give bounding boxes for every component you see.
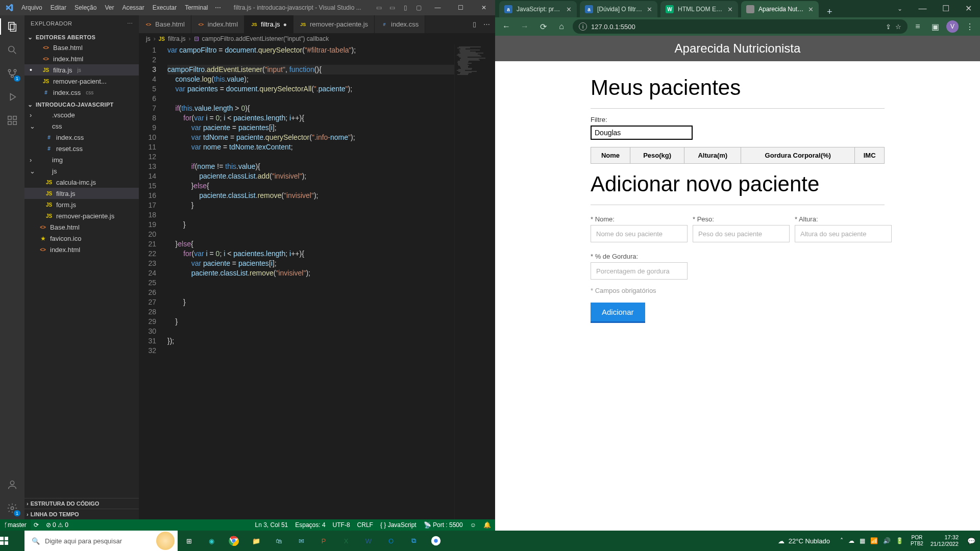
filter-input[interactable] — [591, 126, 693, 140]
language-mode[interactable]: { } JavaScript — [380, 521, 416, 529]
menu-more[interactable]: ⋯ — [212, 4, 224, 11]
tray-icon[interactable]: ▦ — [860, 537, 865, 544]
split-icon[interactable]: ▯ — [473, 20, 476, 28]
panel-icon[interactable]: ▭ — [374, 4, 383, 11]
browser-tab[interactable]: Aparecida Nutrição✕ — [741, 1, 819, 17]
panel-icon[interactable]: ▯ — [401, 4, 410, 11]
feedback-icon[interactable]: ☺ — [470, 521, 476, 529]
word-icon[interactable]: W — [357, 531, 380, 551]
explorer-icon[interactable] — [6, 20, 18, 33]
file-tree-item[interactable]: ⌄js — [24, 165, 139, 177]
peso-field[interactable] — [693, 225, 790, 242]
editor-tab[interactable]: JSfiltra.js● — [244, 15, 293, 33]
panel-icon[interactable]: ▭ — [387, 4, 397, 11]
edge-icon[interactable]: ◉ — [200, 531, 223, 551]
outline-header[interactable]: ›ESTRUTURA DO CÓDIGO — [24, 498, 139, 509]
notifications-icon[interactable]: 💬 — [963, 537, 980, 545]
clock[interactable]: 17:3221/12/2022 — [926, 534, 963, 547]
new-tab-button[interactable]: + — [822, 7, 838, 17]
onedrive-icon[interactable]: ☁ — [848, 537, 854, 544]
menu-arquivo[interactable]: Arquivo — [18, 2, 46, 13]
eol[interactable]: CRLF — [357, 521, 373, 529]
menu-ver[interactable]: Ver — [101, 2, 117, 13]
editor-tab[interactable]: <>Base.html — [139, 15, 191, 33]
store-icon[interactable]: 🛍 — [267, 531, 290, 551]
open-editor-item[interactable]: <>index.html — [24, 53, 139, 64]
minimize-button[interactable]: ― — [426, 0, 449, 15]
project-header[interactable]: ⌄INTRODUCAO-JAVASCRIPT — [24, 100, 139, 109]
browser-tab[interactable]: WHTML DOM Elemen…✕ — [660, 1, 738, 17]
reload-button[interactable]: ⟳ — [536, 22, 550, 32]
file-tree-item[interactable]: ›.vscode — [24, 109, 139, 120]
profile-avatar[interactable]: V — [946, 20, 959, 33]
menu-seleção[interactable]: Seleção — [71, 2, 100, 13]
more-icon[interactable]: ⋯ — [483, 20, 490, 28]
git-branch[interactable]: ᚶ master — [0, 519, 31, 531]
cursor-position[interactable]: Ln 3, Col 51 — [255, 521, 288, 529]
weather-widget[interactable]: ☁22°C Nublado — [772, 537, 836, 545]
taskbar-search[interactable]: 🔍 Digite aqui para pesquisar — [24, 531, 178, 551]
problems[interactable]: ⊘ 0 ⚠ 0 — [46, 521, 68, 529]
minimap[interactable] — [454, 44, 495, 519]
forward-button[interactable]: → — [518, 22, 532, 31]
maximize-button[interactable]: ☐ — [449, 0, 472, 15]
sync-icon[interactable]: ⟳ — [34, 521, 39, 529]
mail-icon[interactable]: ✉ — [290, 531, 312, 551]
address-bar[interactable]: i 127.0.0.1:5500 ⇪ ☆ — [573, 19, 908, 34]
indent[interactable]: Espaços: 4 — [295, 521, 325, 529]
source-control-icon[interactable]: 1 — [6, 67, 18, 80]
chevron-down-icon[interactable]: ⌄ — [888, 0, 911, 17]
open-editor-item[interactable]: <>Base.html — [24, 42, 139, 53]
menu-acessar[interactable]: Acessar — [118, 2, 148, 13]
breadcrumb[interactable]: js› JS filtra.js› ⊟ campoFiltro.addEvent… — [139, 33, 495, 44]
menu-terminal[interactable]: Terminal — [181, 2, 211, 13]
adicionar-button[interactable]: Adicionar — [591, 303, 645, 323]
volume-icon[interactable]: 🔊 — [883, 537, 891, 544]
file-tree-item[interactable]: ★favicon.ico — [24, 233, 139, 244]
altura-field[interactable] — [795, 225, 892, 242]
extensions-icon[interactable] — [6, 114, 18, 127]
extension-icon[interactable]: ▣ — [929, 22, 941, 32]
wifi-icon[interactable]: 📶 — [870, 537, 878, 544]
tray-expand-icon[interactable]: ˄ — [840, 537, 843, 544]
back-button[interactable]: ← — [499, 22, 513, 31]
panel-icon[interactable]: ▢ — [414, 4, 423, 11]
file-tree-item[interactable]: ›img — [24, 154, 139, 165]
outlook-icon[interactable]: O — [380, 531, 402, 551]
code-editor[interactable]: 1234567891011121314151617181920212223242… — [139, 44, 495, 519]
debug-icon[interactable] — [6, 91, 18, 103]
browser-tab[interactable]: a[Dúvida] O filtro nã…✕ — [580, 1, 657, 17]
live-server-port[interactable]: 📡 Port : 5500 — [424, 521, 463, 529]
site-info-icon[interactable]: i — [579, 22, 587, 31]
close-button[interactable]: ✕ — [957, 0, 980, 17]
close-tab-icon[interactable]: ✕ — [566, 6, 572, 13]
home-button[interactable]: ⌂ — [554, 22, 569, 31]
close-button[interactable]: ✕ — [472, 0, 495, 15]
language-indicator[interactable]: PORPTB2 — [908, 535, 926, 547]
powerpoint-icon[interactable]: P — [312, 531, 335, 551]
file-tree-item[interactable]: JSfiltra.js — [24, 188, 139, 199]
encoding[interactable]: UTF-8 — [333, 521, 350, 529]
file-tree-item[interactable]: JSform.js — [24, 199, 139, 210]
minimize-button[interactable]: ― — [911, 0, 934, 17]
cortana-icon[interactable] — [156, 532, 175, 550]
menu-executar[interactable]: Executar — [149, 2, 180, 13]
bookmark-icon[interactable]: ☆ — [895, 23, 901, 31]
vscode-taskbar-icon[interactable]: ⧉ — [402, 531, 425, 551]
file-tree-item[interactable]: JSremover-paciente.js — [24, 210, 139, 221]
bell-icon[interactable]: 🔔 — [483, 521, 491, 529]
gordura-field[interactable] — [591, 262, 688, 280]
start-button[interactable] — [0, 537, 24, 545]
chrome-taskbar-icon[interactable] — [425, 531, 447, 551]
search-icon[interactable] — [6, 44, 18, 56]
editor-tab[interactable]: #index.css — [375, 15, 425, 33]
excel-icon[interactable]: X — [335, 531, 357, 551]
maximize-button[interactable]: ☐ — [934, 0, 957, 17]
file-tree-item[interactable]: <>index.html — [24, 244, 139, 255]
chrome-menu-icon[interactable]: ⋮ — [964, 22, 976, 32]
share-icon[interactable]: ⇪ — [886, 23, 891, 31]
file-tree-item[interactable]: #index.css — [24, 132, 139, 143]
task-view-icon[interactable]: ⊞ — [178, 531, 200, 551]
open-editors-header[interactable]: ⌄EDITORES ABERTOS — [24, 33, 139, 42]
close-tab-icon[interactable]: ✕ — [647, 6, 652, 13]
